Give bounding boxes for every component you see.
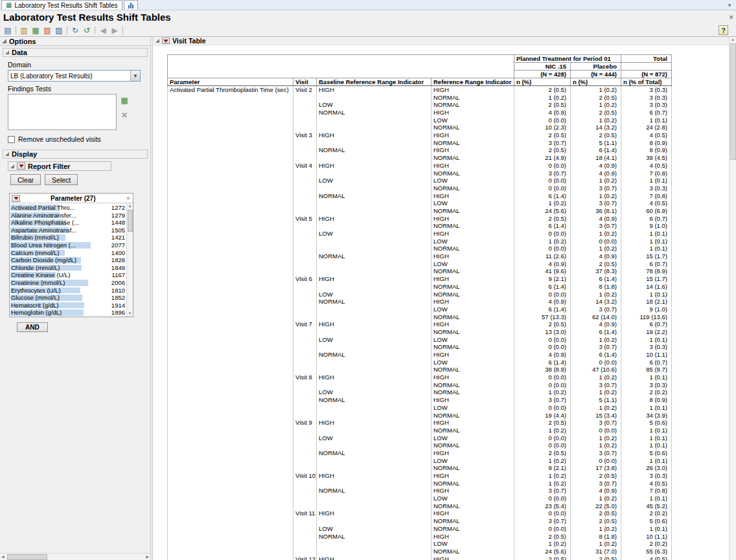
red-triangle-menu[interactable] <box>17 162 25 170</box>
clear-tests-button[interactable]: ✕ <box>119 110 130 120</box>
filter-item[interactable]: Creatinine (mmol/L)2006 <box>10 279 126 287</box>
journal-icon[interactable]: ▥ <box>18 25 30 36</box>
cell-visit <box>293 177 317 185</box>
filter-scrollbar[interactable]: ▲ ▼ <box>126 203 133 317</box>
table-row: NORMAL6 (1.4)3 (0.7)9 (1.0) <box>168 222 672 230</box>
add-tests-button[interactable]: ▦ <box>119 95 130 105</box>
scrollbar-thumb[interactable] <box>7 554 47 560</box>
filter-item[interactable]: Hematocrit (g/dL)1914 <box>10 302 126 309</box>
rerun-icon[interactable]: ↺ <box>81 25 93 36</box>
remove-unscheduled-checkbox[interactable]: Remove unscheduled visits <box>8 135 146 143</box>
cell-n-total: 7 (0.8) <box>621 487 672 495</box>
red-triangle-menu[interactable] <box>12 195 20 202</box>
cell-visit <box>293 245 317 252</box>
sidebar-hscrollbar[interactable]: ◀ ▶ <box>0 553 150 560</box>
pin-icon[interactable]: ▼ <box>727 3 732 8</box>
filter-item[interactable]: Alanine Aminotransfer...1279 <box>10 212 126 219</box>
filter-item[interactable]: Blood Urea Nitrogen (...2077 <box>10 241 126 249</box>
cell-n-total: 3 (0.3) <box>621 472 672 480</box>
cell-baseline-indicator: LOW <box>317 434 431 442</box>
filter-item[interactable]: Glucose (mmol/L)1852 <box>10 294 126 302</box>
close-icon[interactable]: × <box>126 194 131 202</box>
options-header[interactable]: Options <box>0 37 150 46</box>
close-icon[interactable]: × <box>729 13 733 22</box>
collapse-icon[interactable] <box>5 152 9 156</box>
findings-tests-listbox[interactable] <box>8 94 117 130</box>
collapse-icon[interactable] <box>5 50 9 54</box>
cell-n-total: 3 (0.3) <box>621 381 672 389</box>
display-section-header[interactable]: Display <box>3 150 148 159</box>
filter-item-label: Carbon Dioxide (mg/dL) <box>10 256 76 263</box>
data-section-header[interactable]: Data <box>3 48 148 57</box>
filter-item[interactable]: Activated Partial Thro...1272 <box>10 204 126 212</box>
and-button[interactable]: AND <box>17 322 48 332</box>
cell-visit <box>293 495 317 502</box>
main-vscrollbar[interactable]: ▲ <box>729 37 736 560</box>
scroll-down-icon[interactable]: ▼ <box>128 311 132 317</box>
header-total-blank <box>621 63 672 71</box>
filter-item[interactable]: Chloride (mmol/L)1849 <box>10 264 126 272</box>
cell-visit <box>293 532 317 540</box>
presentation-icon[interactable]: ▧ <box>41 25 53 36</box>
cell-n-nic: 24 (5.6) <box>514 548 571 555</box>
table-row: NORMALHIGH3 (0.7)4 (0.9)7 (0.8) <box>168 487 672 495</box>
cell-n-placebo: 1 (0.2) <box>571 540 621 548</box>
filter-item[interactable]: Erythrocytes (U/L)1810 <box>10 287 126 295</box>
cell-parameter <box>168 449 293 457</box>
visit-table-header[interactable]: Visit Table <box>153 37 736 45</box>
domain-select[interactable]: LB (Laboratory Test Results) ▼ <box>8 70 141 82</box>
cell-visit <box>293 222 317 230</box>
collapse-icon[interactable] <box>10 164 14 168</box>
collapse-icon[interactable] <box>155 39 159 43</box>
filter-item[interactable]: Aspartate Aminotransf...1505 <box>10 227 126 234</box>
filter-item[interactable]: Alkaline Phosphatase (...1448 <box>10 219 126 227</box>
cell-parameter <box>168 510 293 517</box>
cell-n-nic: 0 (0.0) <box>514 381 571 389</box>
forward-icon[interactable]: ▶ <box>109 25 121 36</box>
filter-item[interactable]: Creatine Kinase (U/L)1167 <box>10 271 126 279</box>
table-row: Visit 11HIGHHIGH0 (0.0)2 (0.5)2 (0.2) <box>168 510 672 517</box>
column-baseline-indicator: Baseline Reference Range Indicator <box>317 78 431 86</box>
cell-parameter <box>168 396 293 404</box>
data-table-icon[interactable]: ▦ <box>30 25 41 36</box>
table-row: LOWLOW0 (0.0)1 (0.2)1 (0.1) <box>168 434 672 442</box>
cell-n-total: 2 (0.2) <box>621 540 672 548</box>
filter-item[interactable]: Bilirubin (mmol/L)1421 <box>10 234 126 241</box>
cell-visit <box>293 109 317 117</box>
cell-reference-indicator: NORMAL <box>431 381 514 389</box>
cell-baseline-indicator: HIGH <box>317 374 431 381</box>
cell-parameter <box>168 388 293 396</box>
tab-lab-results[interactable]: ▦ Laboratory Test Results Shift Tables <box>1 0 122 10</box>
clear-button[interactable]: Clear <box>10 174 41 185</box>
cell-n-total: 6 (0.7) <box>621 109 672 117</box>
filter-item[interactable]: Carbon Dioxide (mg/dL)1828 <box>10 256 126 264</box>
help-button[interactable]: ? <box>719 25 728 35</box>
cell-n-nic: 1 (0.2) <box>514 540 571 548</box>
tab-chart[interactable] <box>124 0 138 10</box>
filter-item[interactable]: Calcium (mmol/L)1400 <box>10 249 126 257</box>
scrollbar-thumb[interactable] <box>730 43 736 160</box>
collapse-icon[interactable] <box>2 39 6 43</box>
scrollbar-thumb[interactable] <box>128 210 133 232</box>
scroll-up-icon[interactable]: ▲ <box>731 37 735 43</box>
filter-item-count: 1914 <box>111 302 125 309</box>
cell-parameter <box>168 555 293 560</box>
back-icon[interactable]: ◀ <box>97 25 109 36</box>
report-filter-header[interactable]: Report Filter <box>8 161 111 171</box>
cell-visit: Visit 4 <box>293 162 317 170</box>
new-report-icon[interactable]: ▤ <box>2 25 14 36</box>
cell-baseline-indicator <box>317 502 431 510</box>
scroll-left-icon[interactable]: ◀ <box>1 554 5 560</box>
refresh-icon[interactable]: ↻ <box>69 25 81 36</box>
cell-reference-indicator: HIGH <box>431 275 514 283</box>
table-row: NORMALHIGH11 (2.6)4 (0.9)15 (1.7) <box>168 252 672 260</box>
scroll-right-icon[interactable]: ▶ <box>146 554 149 560</box>
select-button[interactable]: Select <box>45 174 78 185</box>
save-icon[interactable]: ▨ <box>53 25 65 36</box>
red-triangle-menu[interactable] <box>162 38 170 44</box>
scroll-up-icon[interactable]: ▲ <box>128 203 132 209</box>
filter-item[interactable]: Hemoglobin (g/dL)1896 <box>10 309 126 317</box>
cell-n-placebo: 1 (0.2) <box>571 86 621 94</box>
checkbox-box[interactable] <box>8 136 15 143</box>
cell-n-placebo: 1 (0.2) <box>571 101 621 109</box>
